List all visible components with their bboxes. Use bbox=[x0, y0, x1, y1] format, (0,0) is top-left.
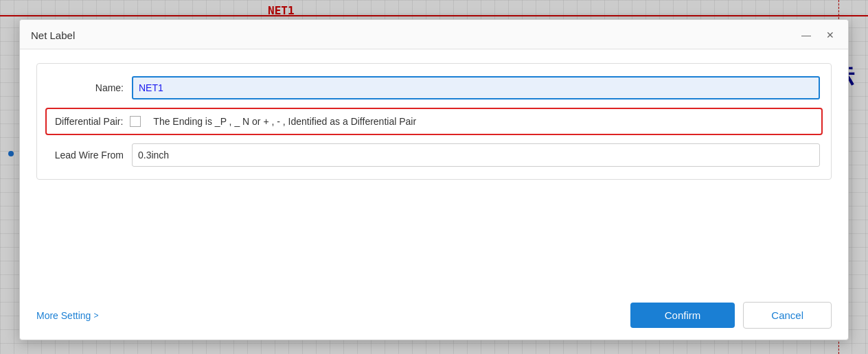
dialog-header: Net Label bbox=[20, 20, 848, 49]
more-setting-link[interactable]: More Setting > bbox=[36, 310, 98, 321]
differential-pair-checkbox[interactable] bbox=[130, 116, 141, 127]
differential-pair-description: The Ending is _P , _ N or + , - , Identi… bbox=[153, 116, 416, 127]
footer-buttons: Confirm Cancel bbox=[630, 302, 832, 329]
dialog-header-icons bbox=[799, 28, 837, 42]
dialog-body: Name: Differential Pair: The Ending is _… bbox=[20, 49, 848, 295]
chevron-right-icon: > bbox=[93, 311, 98, 320]
name-label: Name: bbox=[48, 82, 124, 93]
lead-wire-row: Lead Wire From bbox=[48, 143, 820, 167]
lead-wire-label: Lead Wire From bbox=[48, 150, 124, 161]
form-container: Name: Differential Pair: The Ending is _… bbox=[36, 63, 832, 180]
name-row: Name: bbox=[48, 76, 820, 99]
lead-wire-input[interactable] bbox=[132, 143, 820, 167]
net-label-dialog: Net Label Name: Differential Pair: The E… bbox=[19, 19, 849, 340]
cancel-button[interactable]: Cancel bbox=[743, 302, 832, 329]
more-setting-label: More Setting bbox=[36, 310, 91, 321]
confirm-button[interactable]: Confirm bbox=[630, 303, 735, 328]
dialog-title: Net Label bbox=[31, 30, 75, 41]
differential-pair-label: Differential Pair: bbox=[55, 116, 123, 127]
name-input[interactable] bbox=[132, 76, 820, 99]
differential-pair-row: Differential Pair: The Ending is _P , _ … bbox=[45, 108, 823, 135]
close-icon[interactable] bbox=[823, 28, 837, 42]
minimize-icon[interactable] bbox=[799, 28, 814, 42]
dialog-footer: More Setting > Confirm Cancel bbox=[20, 295, 848, 340]
